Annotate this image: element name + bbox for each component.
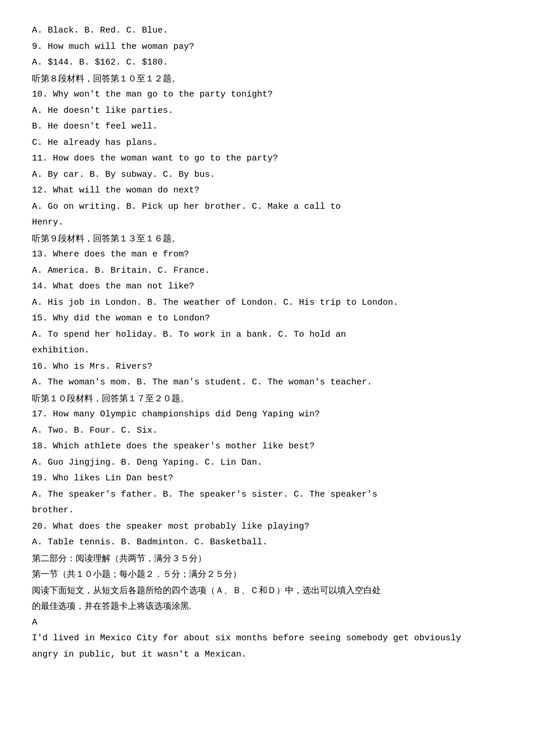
text-line-line11: 12. What will the woman do next?	[32, 183, 503, 198]
text-line-line25: 17. How many Olympic championships did D…	[32, 407, 503, 422]
text-line-line6: A. He doesn't like parties.	[32, 104, 503, 119]
text-line-line30: A. The speaker's father. B. The speaker'…	[32, 487, 503, 502]
text-line-line27: 18. Which athlete does the speaker's mot…	[32, 439, 503, 454]
text-line-line31: brother.	[32, 503, 503, 518]
text-line-line34: 第二部分：阅读理解（共两节，满分３５分）	[32, 551, 503, 566]
text-line-line7: B. He doesn't feel well.	[32, 119, 503, 134]
text-line-line23: A. The woman's mom. B. The man's student…	[32, 375, 503, 390]
text-line-line16: A. America. B. Britain. C. France.	[32, 263, 503, 279]
text-line-line2: 9. How much will the woman pay?	[32, 40, 503, 55]
text-line-line35: 第一节（共１０小题；每小题２．５分；满分２５分）	[32, 567, 503, 582]
text-line-line10: A. By car. B. By subway. C. By bus.	[32, 167, 503, 183]
text-line-line5: 10. Why won't the man go to the party to…	[32, 87, 503, 102]
text-line-line17: 14. What does the man not like?	[32, 279, 503, 294]
text-line-line22: 16. Who is Mrs. Rivers?	[32, 359, 503, 375]
text-line-line24: 听第１０段材料，回答第１７至２０题。	[32, 391, 503, 406]
text-line-line38: A	[32, 615, 503, 630]
text-line-line15: 13. Where does the man e from?	[32, 247, 503, 262]
text-line-line18: A. His job in London. B. The weather of …	[32, 295, 503, 311]
text-line-line29: 19. Who likes Lin Dan best?	[32, 471, 503, 486]
text-line-line14: 听第９段材料，回答第１３至１６题。	[32, 231, 503, 247]
text-line-line13: Henry.	[32, 215, 503, 230]
text-line-line8: C. He already has plans.	[32, 135, 503, 151]
text-line-line4: 听第８段材料，回答第１０至１２题。	[32, 72, 503, 87]
text-line-line1: A. Black. B. Red. C. Blue.	[32, 23, 503, 38]
text-line-line28: A. Guo Jingjing. B. Deng Yaping. C. Lin …	[32, 455, 503, 470]
text-line-line9: 11. How does the woman want to go to the…	[32, 151, 503, 166]
text-line-line32: 20. What does the speaker most probably …	[32, 519, 503, 534]
text-line-line3: A. $144. B. $162. C. $180.	[32, 55, 503, 70]
exam-content: A. Black. B. Red. C. Blue.9. How much wi…	[32, 23, 503, 662]
text-line-line20: A. To spend her holiday. B. To work in a…	[32, 327, 503, 343]
text-line-line33: A. Table tennis. B. Badminton. C. Basket…	[32, 535, 503, 550]
text-line-line37: 的最佳选项，并在答题卡上将该选项涂黑.	[32, 599, 503, 614]
text-line-line21: exhibition.	[32, 343, 503, 358]
text-line-line12: A. Go on writing. B. Pick up her brother…	[32, 199, 503, 215]
text-line-line36: 阅读下面短文，从短文后各题所给的四个选项（Ａ、Ｂ、Ｃ和Ｄ）中，选出可以填入空白处	[32, 583, 503, 598]
text-line-line26: A. Two. B. Four. C. Six.	[32, 423, 503, 438]
text-line-line40: angry in public, but it wasn't a Mexican…	[32, 647, 503, 662]
text-line-line19: 15. Why did the woman e to London?	[32, 311, 503, 326]
text-line-line39: I'd lived in Mexico City for about six m…	[32, 631, 503, 646]
